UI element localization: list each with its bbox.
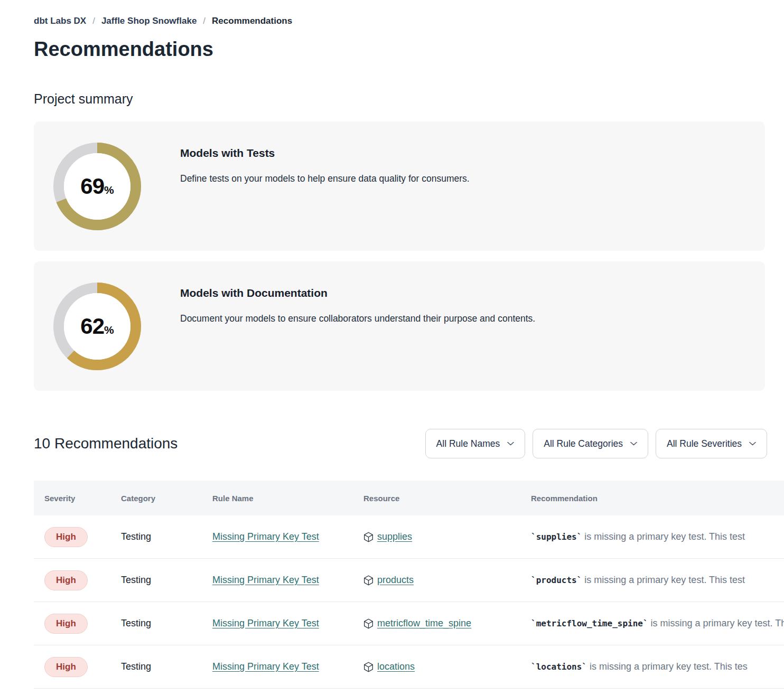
column-header-resource: Resource (353, 494, 520, 503)
chevron-down-icon (749, 442, 756, 446)
severity-badge: High (44, 527, 88, 547)
breadcrumb-separator: / (92, 16, 95, 26)
docs-card-description: Document your models to ensure collabora… (180, 313, 535, 324)
tests-donut-chart: 69% (53, 142, 142, 231)
resource-link[interactable]: locations (377, 661, 415, 672)
filter-rule-names-label: All Rule Names (436, 438, 500, 449)
resource-code-text: `locations` (531, 662, 587, 672)
model-cube-icon (363, 532, 374, 542)
rule-name-link[interactable]: Missing Primary Key Test (212, 661, 319, 672)
summary-card-docs: 62% Models with Documentation Document y… (34, 261, 765, 391)
tests-card-description: Define tests on your models to help ensu… (180, 173, 470, 184)
rule-name-link[interactable]: Missing Primary Key Test (212, 575, 319, 585)
table-row: High Testing Missing Primary Key Test pr… (34, 559, 784, 602)
resource-code-text: `supplies` (531, 532, 582, 542)
rule-name-link[interactable]: Missing Primary Key Test (212, 531, 319, 542)
table-row: High Testing Missing Primary Key Test lo… (34, 645, 784, 689)
recommendation-cell: `supplies` is missing a primary key test… (520, 531, 784, 542)
breadcrumb-item-org[interactable]: dbt Labs DX (34, 16, 86, 26)
column-header-rule-name: Rule Name (202, 494, 353, 503)
resource-code-text: `metricflow_time_spine` (531, 618, 648, 628)
column-header-recommendation: Recommendation (520, 494, 784, 503)
breadcrumb-item-project[interactable]: Jaffle Shop Snowflake (101, 16, 197, 26)
rule-name-link[interactable]: Missing Primary Key Test (212, 618, 319, 628)
column-header-category: Category (110, 494, 202, 503)
docs-donut-chart: 62% (53, 282, 142, 371)
model-cube-icon (363, 618, 374, 629)
chevron-down-icon (630, 442, 637, 446)
filter-rule-names-dropdown[interactable]: All Rule Names (425, 429, 526, 458)
recommendation-cell: `metricflow_time_spine` is missing a pri… (520, 618, 784, 629)
severity-badge: High (44, 614, 88, 634)
docs-card-title: Models with Documentation (180, 287, 535, 299)
table-row: High Testing Missing Primary Key Test su… (34, 515, 784, 559)
severity-badge: High (44, 570, 88, 590)
resource-link[interactable]: products (377, 575, 414, 586)
chevron-down-icon (507, 442, 514, 446)
tests-card-title: Models with Tests (180, 147, 470, 159)
breadcrumb-item-current: Recommendations (212, 16, 292, 26)
resource-link[interactable]: supplies (377, 531, 412, 542)
recommendations-table: Severity Category Rule Name Resource Rec… (34, 481, 784, 689)
summary-card-tests: 69% Models with Tests Define tests on yo… (34, 121, 765, 251)
model-cube-icon (363, 662, 374, 672)
recommendation-cell: `products` is missing a primary key test… (520, 575, 784, 586)
project-summary-heading: Project summary (34, 91, 784, 107)
resource-code-text: `products` (531, 575, 582, 585)
filter-rule-categories-dropdown[interactable]: All Rule Categories (533, 429, 648, 458)
breadcrumb: dbt Labs DX / Jaffle Shop Snowflake / Re… (34, 16, 784, 26)
docs-percent-label: 62% (53, 282, 142, 371)
resource-link[interactable]: metricflow_time_spine (377, 618, 471, 629)
category-cell: Testing (110, 661, 202, 672)
severity-badge: High (44, 657, 88, 677)
filter-rule-severities-label: All Rule Severities (667, 438, 742, 449)
tests-percent-label: 69% (53, 142, 142, 231)
page-title: Recommendations (34, 38, 784, 61)
breadcrumb-separator: / (203, 16, 206, 26)
category-cell: Testing (110, 575, 202, 586)
filter-rule-categories-label: All Rule Categories (544, 438, 623, 449)
recommendation-cell: `locations` is missing a primary key tes… (520, 661, 784, 672)
recommendations-count-heading: 10 Recommendations (34, 435, 178, 452)
category-cell: Testing (110, 531, 202, 542)
column-header-severity: Severity (34, 494, 110, 503)
model-cube-icon (363, 575, 374, 586)
filter-bar: All Rule Names All Rule Categories All R… (425, 429, 767, 458)
table-row: High Testing Missing Primary Key Test me… (34, 602, 784, 645)
table-header-row: Severity Category Rule Name Resource Rec… (34, 481, 784, 515)
category-cell: Testing (110, 618, 202, 629)
filter-rule-severities-dropdown[interactable]: All Rule Severities (656, 429, 767, 458)
